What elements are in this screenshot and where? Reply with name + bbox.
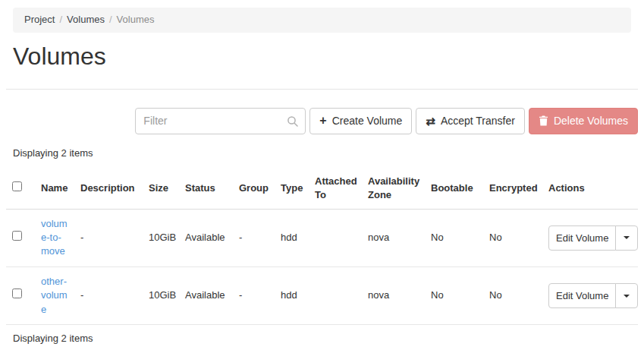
cell-size: 10GiB bbox=[143, 209, 179, 266]
breadcrumb-project[interactable]: Project bbox=[24, 14, 55, 25]
cell-status: Available bbox=[179, 266, 233, 324]
accept-transfer-button[interactable]: ⇄ Accept Transfer bbox=[416, 108, 525, 134]
cell-bootable: No bbox=[425, 209, 483, 266]
cell-group: - bbox=[233, 209, 275, 266]
cell-encrypted: No bbox=[483, 209, 542, 266]
delete-volumes-label: Delete Volumes bbox=[554, 115, 628, 127]
cell-attached-to bbox=[309, 266, 362, 324]
breadcrumb-current: Volumes bbox=[117, 14, 155, 25]
select-all-cell bbox=[6, 169, 35, 209]
filter-input[interactable] bbox=[135, 108, 306, 134]
breadcrumb-volumes[interactable]: Volumes bbox=[67, 14, 105, 25]
row-actions-dropdown-button[interactable] bbox=[615, 225, 638, 251]
cell-availability-zone: nova bbox=[362, 209, 425, 266]
column-header-status[interactable]: Status bbox=[179, 169, 233, 209]
toolbar: + Create Volume ⇄ Accept Transfer Delete… bbox=[6, 108, 638, 134]
cell-name: other-volume bbox=[35, 266, 74, 324]
column-header-description[interactable]: Description bbox=[74, 169, 143, 209]
cell-availability-zone: nova bbox=[362, 266, 425, 324]
table-row: volume-to-move - 10GiB Available - hdd n… bbox=[6, 209, 638, 266]
edit-volume-button[interactable]: Edit Volume bbox=[548, 225, 616, 251]
page-title: Volumes bbox=[13, 43, 631, 71]
plus-icon: + bbox=[319, 115, 326, 127]
cell-status: Available bbox=[179, 209, 233, 266]
search-icon-glyph bbox=[287, 115, 299, 128]
cell-encrypted: No bbox=[483, 266, 542, 324]
breadcrumb: Project/Volumes/Volumes bbox=[13, 8, 631, 33]
column-header-bootable[interactable]: Bootable bbox=[425, 169, 483, 209]
breadcrumb-separator: / bbox=[109, 14, 112, 25]
column-header-size[interactable]: Size bbox=[143, 169, 179, 209]
table-row: other-volume - 10GiB Available - hdd nov… bbox=[6, 266, 638, 324]
table-header-row: Name Description Size Status Group Type … bbox=[6, 169, 638, 209]
volume-link[interactable]: volume-to-move bbox=[41, 218, 68, 257]
column-header-name[interactable]: Name bbox=[35, 169, 74, 209]
cell-actions: Edit Volume bbox=[542, 266, 638, 324]
row-checkbox[interactable] bbox=[12, 231, 22, 241]
row-actions-dropdown-button[interactable] bbox=[615, 283, 638, 308]
cell-bootable: No bbox=[425, 266, 483, 324]
cell-group: - bbox=[233, 266, 275, 324]
trash-icon bbox=[539, 115, 548, 126]
volume-link[interactable]: other-volume bbox=[41, 276, 68, 315]
search-icon[interactable] bbox=[287, 115, 299, 128]
row-actions: Edit Volume bbox=[548, 283, 638, 308]
accept-transfer-label: Accept Transfer bbox=[441, 115, 515, 127]
edit-volume-button[interactable]: Edit Volume bbox=[548, 283, 616, 308]
caret-down-icon bbox=[624, 295, 630, 298]
filter-field bbox=[135, 108, 306, 134]
row-checkbox[interactable] bbox=[12, 289, 22, 298]
column-header-group[interactable]: Group bbox=[233, 169, 275, 209]
items-count-bottom: Displaying 2 items bbox=[13, 333, 631, 344]
cell-attached-to bbox=[309, 209, 362, 266]
breadcrumb-separator: / bbox=[59, 14, 62, 25]
column-header-actions: Actions bbox=[542, 169, 638, 209]
items-count-top: Displaying 2 items bbox=[13, 147, 631, 159]
create-volume-label: Create Volume bbox=[332, 115, 403, 127]
create-volume-button[interactable]: + Create Volume bbox=[309, 108, 412, 134]
column-header-encrypted[interactable]: Encrypted bbox=[483, 169, 542, 209]
cell-description: - bbox=[74, 266, 143, 324]
volumes-table: Name Description Size Status Group Type … bbox=[6, 169, 638, 326]
delete-volumes-button[interactable]: Delete Volumes bbox=[529, 108, 638, 134]
select-all-checkbox[interactable] bbox=[12, 181, 22, 191]
cell-type: hdd bbox=[275, 266, 309, 324]
divider bbox=[6, 89, 638, 90]
cell-description: - bbox=[74, 209, 143, 266]
caret-down-icon bbox=[624, 236, 630, 239]
row-actions: Edit Volume bbox=[548, 225, 638, 251]
transfer-arrows-icon: ⇄ bbox=[426, 115, 435, 127]
column-header-type[interactable]: Type bbox=[275, 169, 309, 209]
row-select-cell bbox=[6, 209, 35, 266]
cell-size: 10GiB bbox=[143, 266, 179, 324]
volumes-page: Project/Volumes/Volumes Volumes + Create… bbox=[0, 8, 644, 344]
cell-name: volume-to-move bbox=[35, 209, 74, 266]
column-header-attached-to[interactable]: Attached To bbox=[309, 169, 362, 209]
column-header-availability-zone[interactable]: Availability Zone bbox=[362, 169, 425, 209]
cell-type: hdd bbox=[275, 209, 309, 266]
cell-actions: Edit Volume bbox=[542, 209, 638, 266]
row-select-cell bbox=[6, 266, 35, 324]
